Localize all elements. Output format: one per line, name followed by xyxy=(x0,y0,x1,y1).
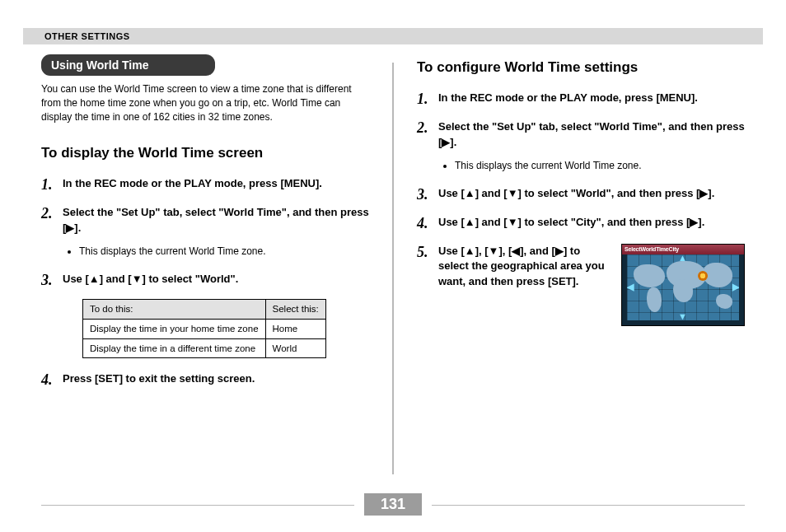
step-4-text: Press [SET] to exit the setting screen. xyxy=(63,372,255,385)
r-step-1-text: In the REC mode or the PLAY mode, press … xyxy=(438,91,698,104)
arrow-down-icon: ▼ xyxy=(678,312,687,320)
table-cell: World xyxy=(265,338,325,358)
left-column: Using World Time You can use the World T… xyxy=(41,54,392,474)
right-steps: In the REC mode or the PLAY mode, press … xyxy=(417,91,745,326)
r-step-3-text: Use [▲] and [▼] to select "World", and t… xyxy=(438,187,714,199)
page-number: 131 xyxy=(364,493,422,516)
r-step-3: Use [▲] and [▼] to select "World", and t… xyxy=(417,186,745,202)
r-step-2-bullets: This displays the current World Time zon… xyxy=(442,159,745,173)
right-column: To configure World Time settings In the … xyxy=(394,54,745,474)
screenshot-title: SelectWorldTimeCity xyxy=(622,245,744,254)
step-3-text: Use [▲] and [▼] to select "World". xyxy=(63,273,238,285)
r-step-4: Use [▲] and [▼] to select "City", and th… xyxy=(417,215,745,231)
arrow-right-icon: ▶ xyxy=(732,282,739,292)
r-step-5: Use [▲], [▼], [◀], and [▶] to select the… xyxy=(417,244,745,326)
step-1: In the REC mode or the PLAY mode, press … xyxy=(41,176,369,192)
r-step-2-bullet-1: This displays the current World Time zon… xyxy=(455,159,745,173)
step-1-text: In the REC mode or the PLAY mode, press … xyxy=(63,177,322,189)
r-step-1: In the REC mode or the PLAY mode, press … xyxy=(417,91,745,106)
step-3: Use [▲] and [▼] to select "World". To do… xyxy=(41,272,369,358)
manual-page: OTHER SETTINGS Using World Time You can … xyxy=(0,0,786,532)
table-cell: Display the time in your home time zone xyxy=(83,319,266,338)
content-columns: Using World Time You can use the World T… xyxy=(41,54,745,474)
left-subhead: To display the World Time screen xyxy=(41,145,369,161)
table-row: Display the time in your home time zone … xyxy=(83,319,326,338)
table-row: Display the time in a different time zon… xyxy=(83,338,326,358)
step-2-bullet-1: This displays the current World Time zon… xyxy=(79,245,369,259)
arrow-up-icon: ▲ xyxy=(678,254,687,263)
r-step-4-text: Use [▲] and [▼] to select "City", and th… xyxy=(438,216,704,228)
arrow-left-icon: ◀ xyxy=(627,282,634,292)
world-time-screenshot: SelectWorldTimeCity ▲ ▼ xyxy=(621,244,745,326)
r-step-2-text: Select the "Set Up" tab, select "World T… xyxy=(438,120,745,148)
table-cell: Display the time in a different time zon… xyxy=(83,338,266,358)
r-step-5-text: Use [▲], [▼], [◀], and [▶] to select the… xyxy=(438,244,610,291)
feature-title-pill: Using World Time xyxy=(41,54,215,76)
section-header: OTHER SETTINGS xyxy=(23,28,763,44)
map-cursor-icon xyxy=(698,271,708,281)
options-table: To do this: Select this: Display the tim… xyxy=(82,299,326,358)
right-subhead: To configure World Time settings xyxy=(417,59,745,76)
table-cell: Home xyxy=(265,319,325,338)
world-map: ▲ ▼ ◀ ▶ xyxy=(627,254,739,320)
table-header-select: Select this: xyxy=(265,300,325,320)
left-steps: In the REC mode or the PLAY mode, press … xyxy=(41,176,369,387)
table-header-row: To do this: Select this: xyxy=(83,300,326,320)
step-2: Select the "Set Up" tab, select "World T… xyxy=(41,205,369,259)
footer-rule-left xyxy=(41,505,354,506)
step-2-text: Select the "Set Up" tab, select "World T… xyxy=(63,206,369,234)
intro-paragraph: You can use the World Time screen to vie… xyxy=(41,82,369,124)
step-4: Press [SET] to exit the setting screen. xyxy=(41,371,369,387)
footer-rule-right xyxy=(432,505,745,506)
table-header-action: To do this: xyxy=(83,300,266,320)
step-2-bullets: This displays the current World Time zon… xyxy=(66,245,369,259)
section-header-text: OTHER SETTINGS xyxy=(44,31,130,41)
r-step-2: Select the "Set Up" tab, select "World T… xyxy=(417,119,745,173)
